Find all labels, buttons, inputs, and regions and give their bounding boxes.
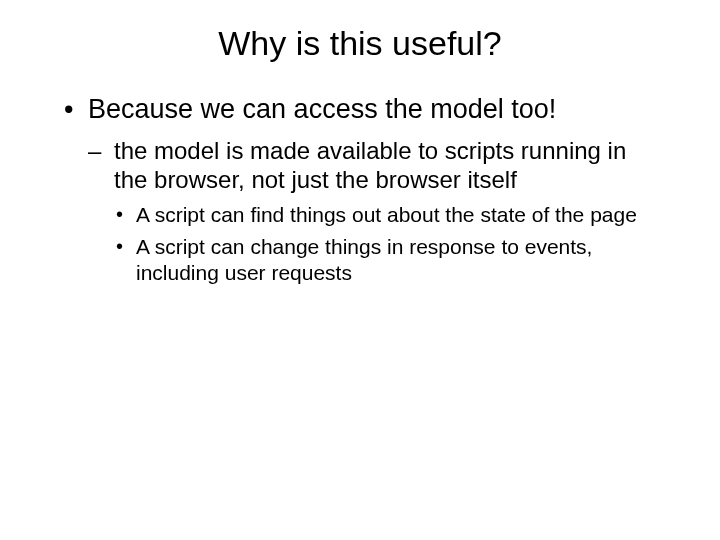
bullet-list-lvl2: the model is made available to scripts r… xyxy=(88,137,660,285)
slide: Why is this useful? Because we can acces… xyxy=(0,0,720,540)
slide-title: Why is this useful? xyxy=(0,0,720,83)
list-item: A script can find things out about the s… xyxy=(114,202,660,228)
list-item: the model is made available to scripts r… xyxy=(88,137,660,285)
bullet-list-lvl3: A script can find things out about the s… xyxy=(114,202,660,285)
bullet-text: the model is made available to scripts r… xyxy=(114,137,626,193)
bullet-text: A script can change things in response t… xyxy=(136,235,592,284)
bullet-list-lvl1: Because we can access the model too! the… xyxy=(60,93,660,285)
list-item: Because we can access the model too! the… xyxy=(60,93,660,285)
bullet-text: A script can find things out about the s… xyxy=(136,203,637,226)
slide-body: Because we can access the model too! the… xyxy=(0,83,720,285)
list-item: A script can change things in response t… xyxy=(114,234,660,285)
bullet-text: Because we can access the model too! xyxy=(88,94,556,124)
